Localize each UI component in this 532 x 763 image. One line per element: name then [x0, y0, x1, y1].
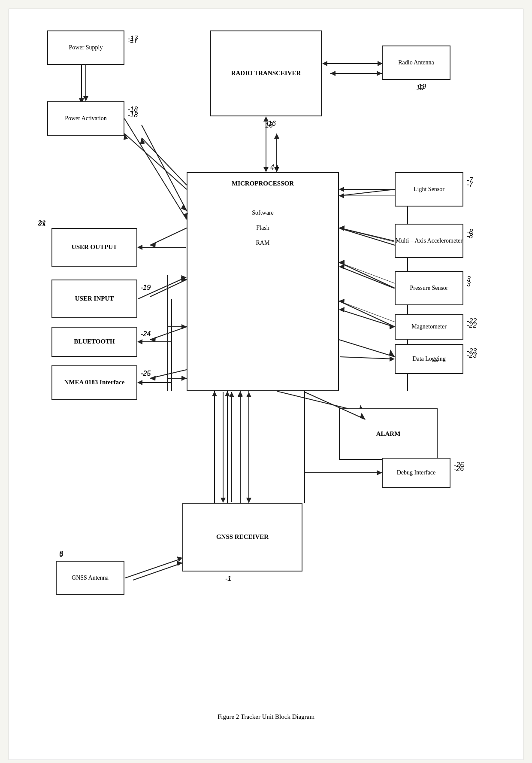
multi-axis-accel-block: Multi – Axis Accelerometer: [395, 224, 463, 258]
svg-line-16: [339, 262, 395, 288]
svg-marker-100: [377, 470, 382, 475]
power-activation-block: Power Activation: [47, 101, 124, 136]
num-3: 3: [467, 280, 471, 288]
pressure-sensor-label: Pressure Sensor: [410, 284, 448, 292]
svg-marker-87: [137, 380, 142, 385]
magnetometer-block: Magnetometer: [395, 314, 463, 340]
svg-marker-50: [181, 376, 187, 381]
gnss-antenna-label: GNSS Antenna: [72, 574, 109, 582]
caption-text: Figure 2 Tracker Unit Block Diagram: [218, 713, 314, 720]
num-25: -25: [141, 370, 151, 377]
num-1: -1: [225, 575, 231, 583]
svg-marker-42: [377, 470, 382, 475]
debug-interface-block: Debug Interface: [382, 458, 450, 488]
bluetooth-block: BLUETOOTH: [51, 327, 137, 357]
data-logging-label: Data Logging: [412, 355, 445, 363]
svg-marker-82: [181, 275, 187, 280]
num-19-radio-antenna: 19: [418, 83, 426, 91]
diagram-container: Power Supply -17 Power Activation -18 RA…: [30, 18, 502, 705]
svg-marker-95: [238, 392, 243, 397]
data-logging-block: Data Logging: [395, 344, 463, 374]
num-16: 16: [265, 122, 273, 129]
svg-marker-17: [339, 260, 345, 265]
svg-marker-28: [150, 337, 156, 342]
pressure-sensor-block: Pressure Sensor: [395, 271, 463, 305]
svg-line-29: [150, 370, 187, 378]
num-26: -26: [454, 465, 464, 473]
svg-marker-30: [150, 376, 156, 381]
svg-marker-103: [177, 556, 182, 562]
alarm-label: ALARM: [376, 430, 401, 438]
num-22: -22: [467, 322, 477, 329]
num-24: -24: [141, 330, 151, 338]
radio-antenna-block: Radio Antenna: [382, 46, 450, 80]
num-8: -8: [467, 232, 473, 240]
svg-line-12: [339, 189, 395, 196]
svg-marker-78: [390, 356, 395, 362]
svg-marker-71: [339, 225, 345, 231]
svg-marker-5: [140, 138, 145, 145]
light-sensor-label: Light Sensor: [414, 185, 444, 193]
svg-line-58: [124, 119, 187, 219]
debug-interface-label: Debug Interface: [397, 469, 436, 477]
gnss-receiver-label: GNSS RECEIVER: [216, 533, 269, 541]
alarm-block: ALARM: [339, 408, 438, 460]
svg-marker-97: [246, 498, 251, 503]
svg-marker-57: [83, 96, 88, 101]
svg-line-4: [142, 138, 187, 185]
svg-marker-22: [389, 350, 395, 357]
magnetometer-label: Magnetometer: [411, 323, 447, 331]
svg-line-72: [340, 267, 394, 288]
power-activation-label: Power Activation: [65, 115, 107, 122]
svg-marker-64: [322, 61, 327, 66]
num-17: -17: [128, 37, 138, 45]
svg-marker-20: [390, 324, 395, 329]
svg-marker-80: [137, 245, 142, 250]
microprocessor-num: 4: [275, 164, 278, 172]
svg-line-23: [150, 228, 187, 245]
microprocessor-internals: SoftwareFlashRAM: [252, 205, 274, 250]
user-output-block: USER OUTPUT: [51, 228, 137, 267]
num-4: 4: [270, 164, 274, 171]
svg-line-2: [142, 125, 187, 211]
nmea-label: NMEA 0183 Interface: [64, 378, 125, 387]
svg-marker-73: [339, 264, 345, 269]
power-supply-block: Power Supply: [47, 30, 124, 65]
svg-marker-85: [137, 339, 142, 344]
radio-transceiver-block: RADIO TRANSCEIVER: [210, 30, 322, 116]
num-21: 21: [39, 220, 46, 228]
svg-line-74: [340, 310, 394, 327]
radio-transceiver-label: RADIO TRANSCEIVER: [231, 69, 301, 78]
svg-line-77: [340, 357, 394, 359]
svg-line-102: [125, 559, 181, 578]
svg-marker-66: [263, 167, 269, 172]
svg-marker-49: [181, 324, 187, 329]
svg-marker-36: [212, 391, 217, 396]
svg-marker-91: [221, 498, 226, 503]
num-23: -23: [467, 352, 477, 359]
power-supply-label: Power Supply: [69, 44, 103, 52]
svg-marker-34: [246, 498, 251, 503]
svg-line-18: [339, 301, 395, 327]
svg-line-27: [150, 327, 187, 340]
svg-marker-26: [181, 277, 187, 282]
user-input-block: USER INPUT: [51, 280, 137, 318]
num-6: 6: [59, 551, 63, 559]
page: Power Supply -17 Power Activation -18 RA…: [9, 9, 523, 760]
svg-marker-45: [177, 561, 182, 566]
light-sensor-block: Light Sensor: [395, 172, 463, 207]
svg-marker-13: [339, 193, 344, 198]
svg-marker-76: [390, 324, 395, 329]
num-19-user-input: -19: [141, 284, 151, 292]
svg-marker-8: [330, 71, 336, 76]
figure-caption: Figure 2 Tracker Unit Block Diagram: [18, 713, 514, 720]
svg-marker-3: [181, 204, 187, 211]
svg-line-14: [339, 228, 395, 245]
svg-line-70: [340, 228, 394, 241]
nmea-block: NMEA 0183 Interface: [51, 365, 137, 400]
num-18: -18: [128, 111, 138, 119]
svg-line-25: [150, 280, 187, 297]
svg-line-44: [133, 563, 182, 580]
svg-line-21: [339, 340, 395, 357]
svg-marker-11: [274, 134, 279, 139]
